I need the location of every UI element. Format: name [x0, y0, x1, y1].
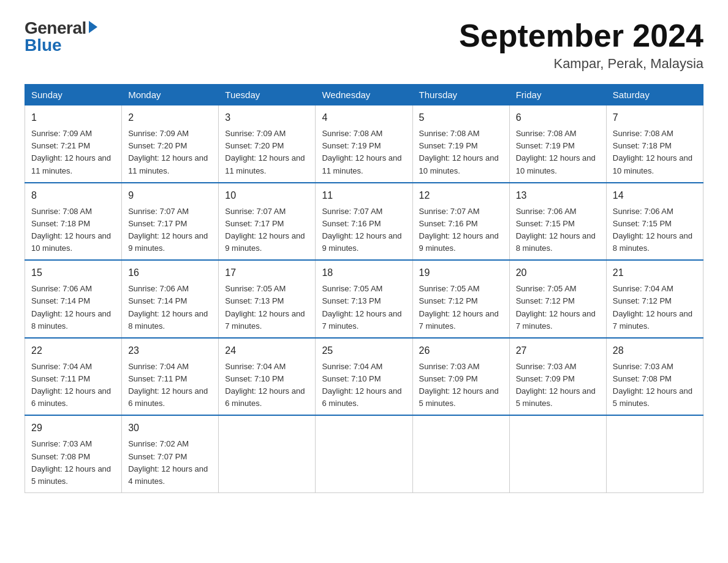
day-number: 9 [128, 188, 212, 203]
calendar-cell: 13Sunrise: 7:06 AMSunset: 7:15 PMDayligh… [509, 183, 606, 261]
cell-content: Sunrise: 7:09 AMSunset: 7:21 PMDaylight:… [31, 128, 115, 177]
calendar-cell [316, 415, 412, 492]
calendar-cell: 18Sunrise: 7:05 AMSunset: 7:13 PMDayligh… [316, 260, 412, 338]
column-header-sunday: Sunday [25, 85, 122, 105]
cell-content: Sunrise: 7:05 AMSunset: 7:12 PMDaylight:… [516, 283, 600, 332]
cell-content: Sunrise: 7:09 AMSunset: 7:20 PMDaylight:… [225, 128, 309, 177]
calendar-cell: 22Sunrise: 7:04 AMSunset: 7:11 PMDayligh… [25, 338, 122, 416]
calendar-cell: 6Sunrise: 7:08 AMSunset: 7:19 PMDaylight… [509, 105, 606, 183]
cell-content: Sunrise: 7:04 AMSunset: 7:10 PMDaylight:… [225, 361, 309, 410]
calendar-week-row: 1Sunrise: 7:09 AMSunset: 7:21 PMDaylight… [25, 105, 703, 183]
cell-content: Sunrise: 7:07 AMSunset: 7:16 PMDaylight:… [322, 205, 406, 255]
cell-content: Sunrise: 7:07 AMSunset: 7:17 PMDaylight:… [128, 205, 212, 255]
cell-content: Sunrise: 7:05 AMSunset: 7:13 PMDaylight:… [225, 283, 309, 332]
calendar-header-row: SundayMondayTuesdayWednesdayThursdayFrid… [25, 85, 703, 105]
calendar-cell: 5Sunrise: 7:08 AMSunset: 7:19 PMDaylight… [412, 105, 509, 183]
cell-content: Sunrise: 7:03 AMSunset: 7:09 PMDaylight:… [419, 361, 503, 410]
day-number: 22 [31, 343, 115, 358]
calendar-cell: 20Sunrise: 7:05 AMSunset: 7:12 PMDayligh… [509, 260, 606, 338]
cell-content: Sunrise: 7:05 AMSunset: 7:13 PMDaylight:… [322, 283, 406, 332]
logo-blue-text: Blue [25, 36, 62, 55]
column-header-friday: Friday [509, 85, 606, 105]
day-number: 20 [516, 266, 600, 280]
day-number: 25 [322, 343, 406, 358]
day-number: 13 [516, 188, 600, 203]
calendar-cell: 2Sunrise: 7:09 AMSunset: 7:20 PMDaylight… [122, 105, 219, 183]
cell-content: Sunrise: 7:04 AMSunset: 7:11 PMDaylight:… [128, 361, 212, 410]
cell-content: Sunrise: 7:04 AMSunset: 7:10 PMDaylight:… [322, 361, 406, 410]
day-number: 6 [516, 110, 600, 125]
calendar-cell: 17Sunrise: 7:05 AMSunset: 7:13 PMDayligh… [219, 260, 316, 338]
calendar-cell: 3Sunrise: 7:09 AMSunset: 7:20 PMDaylight… [219, 105, 316, 183]
month-title: September 2024 [459, 18, 703, 53]
calendar-cell: 9Sunrise: 7:07 AMSunset: 7:17 PMDaylight… [122, 183, 219, 261]
calendar-table: SundayMondayTuesdayWednesdayThursdayFrid… [25, 84, 703, 493]
day-number: 26 [419, 343, 503, 358]
day-number: 30 [128, 421, 212, 435]
calendar-cell [509, 415, 606, 492]
calendar-cell: 29Sunrise: 7:03 AMSunset: 7:08 PMDayligh… [25, 415, 122, 492]
day-number: 21 [613, 266, 697, 280]
day-number: 2 [128, 110, 212, 125]
day-number: 5 [419, 110, 503, 125]
cell-content: Sunrise: 7:06 AMSunset: 7:15 PMDaylight:… [516, 205, 600, 255]
calendar-cell: 1Sunrise: 7:09 AMSunset: 7:21 PMDaylight… [25, 105, 122, 183]
day-number: 10 [225, 188, 309, 203]
day-number: 29 [31, 421, 115, 435]
calendar-cell: 10Sunrise: 7:07 AMSunset: 7:17 PMDayligh… [219, 183, 316, 261]
location-text: Kampar, Perak, Malaysia [459, 56, 703, 72]
cell-content: Sunrise: 7:03 AMSunset: 7:09 PMDaylight:… [516, 361, 600, 410]
day-number: 14 [613, 188, 697, 203]
calendar-cell: 7Sunrise: 7:08 AMSunset: 7:18 PMDaylight… [606, 105, 703, 183]
cell-content: Sunrise: 7:08 AMSunset: 7:19 PMDaylight:… [516, 128, 600, 177]
day-number: 16 [128, 266, 212, 280]
calendar-cell: 19Sunrise: 7:05 AMSunset: 7:12 PMDayligh… [412, 260, 509, 338]
column-header-monday: Monday [122, 85, 219, 105]
day-number: 18 [322, 266, 406, 280]
column-header-wednesday: Wednesday [316, 85, 412, 105]
calendar-cell: 23Sunrise: 7:04 AMSunset: 7:11 PMDayligh… [122, 338, 219, 416]
cell-content: Sunrise: 7:09 AMSunset: 7:20 PMDaylight:… [128, 128, 212, 177]
day-number: 8 [31, 188, 115, 203]
calendar-week-row: 22Sunrise: 7:04 AMSunset: 7:11 PMDayligh… [25, 338, 703, 416]
day-number: 3 [225, 110, 309, 125]
day-number: 17 [225, 266, 309, 280]
column-header-tuesday: Tuesday [219, 85, 316, 105]
cell-content: Sunrise: 7:06 AMSunset: 7:15 PMDaylight:… [613, 205, 697, 255]
page-header: General Blue September 2024 Kampar, Pera… [25, 18, 703, 72]
calendar-cell: 27Sunrise: 7:03 AMSunset: 7:09 PMDayligh… [509, 338, 606, 416]
calendar-cell: 26Sunrise: 7:03 AMSunset: 7:09 PMDayligh… [412, 338, 509, 416]
cell-content: Sunrise: 7:06 AMSunset: 7:14 PMDaylight:… [128, 283, 212, 332]
calendar-cell: 16Sunrise: 7:06 AMSunset: 7:14 PMDayligh… [122, 260, 219, 338]
day-number: 23 [128, 343, 212, 358]
calendar-cell: 12Sunrise: 7:07 AMSunset: 7:16 PMDayligh… [412, 183, 509, 261]
cell-content: Sunrise: 7:08 AMSunset: 7:18 PMDaylight:… [613, 128, 697, 177]
day-number: 7 [613, 110, 697, 125]
cell-content: Sunrise: 7:07 AMSunset: 7:17 PMDaylight:… [225, 205, 309, 255]
calendar-cell: 24Sunrise: 7:04 AMSunset: 7:10 PMDayligh… [219, 338, 316, 416]
calendar-cell: 21Sunrise: 7:04 AMSunset: 7:12 PMDayligh… [606, 260, 703, 338]
calendar-cell: 11Sunrise: 7:07 AMSunset: 7:16 PMDayligh… [316, 183, 412, 261]
day-number: 11 [322, 188, 406, 203]
calendar-cell: 30Sunrise: 7:02 AMSunset: 7:07 PMDayligh… [122, 415, 219, 492]
cell-content: Sunrise: 7:03 AMSunset: 7:08 PMDaylight:… [613, 361, 697, 410]
cell-content: Sunrise: 7:02 AMSunset: 7:07 PMDaylight:… [128, 438, 212, 488]
calendar-cell [219, 415, 316, 492]
cell-content: Sunrise: 7:05 AMSunset: 7:12 PMDaylight:… [419, 283, 503, 332]
cell-content: Sunrise: 7:06 AMSunset: 7:14 PMDaylight:… [31, 283, 115, 332]
cell-content: Sunrise: 7:04 AMSunset: 7:11 PMDaylight:… [31, 361, 115, 410]
calendar-week-row: 15Sunrise: 7:06 AMSunset: 7:14 PMDayligh… [25, 260, 703, 338]
calendar-week-row: 29Sunrise: 7:03 AMSunset: 7:08 PMDayligh… [25, 415, 703, 492]
calendar-cell [412, 415, 509, 492]
day-number: 4 [322, 110, 406, 125]
logo: General Blue [25, 18, 97, 55]
cell-content: Sunrise: 7:08 AMSunset: 7:19 PMDaylight:… [419, 128, 503, 177]
cell-content: Sunrise: 7:08 AMSunset: 7:18 PMDaylight:… [31, 205, 115, 255]
cell-content: Sunrise: 7:07 AMSunset: 7:16 PMDaylight:… [419, 205, 503, 255]
calendar-cell [606, 415, 703, 492]
column-header-saturday: Saturday [606, 85, 703, 105]
day-number: 15 [31, 266, 115, 280]
calendar-cell: 25Sunrise: 7:04 AMSunset: 7:10 PMDayligh… [316, 338, 412, 416]
logo-arrow-icon [89, 21, 97, 33]
calendar-week-row: 8Sunrise: 7:08 AMSunset: 7:18 PMDaylight… [25, 183, 703, 261]
